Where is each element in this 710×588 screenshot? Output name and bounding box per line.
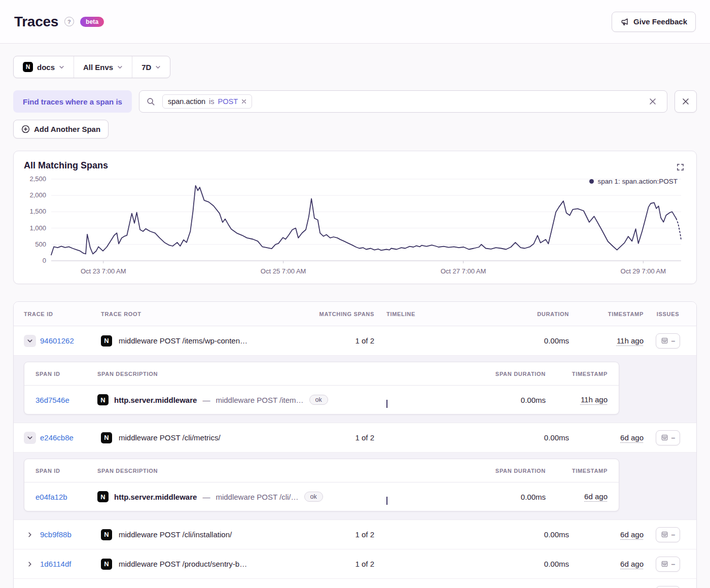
col-span-description: Span Description	[97, 468, 380, 474]
chart-legend: span 1: span.action:POST	[589, 178, 678, 185]
span-sub-table: Span ID Span Description Span Duration T…	[24, 459, 619, 511]
span-header-row: Span ID Span Description Span Duration T…	[24, 459, 619, 482]
beta-badge: beta	[80, 17, 104, 27]
filter-bar: N docs All Envs 7D	[13, 56, 170, 78]
span-status-badge: ok	[309, 395, 328, 405]
issues-button[interactable]: –	[656, 333, 681, 349]
filter-token[interactable]: span.action is POST	[162, 94, 252, 109]
span-row[interactable]: e04fa12b N http.server.middleware — midd…	[24, 482, 619, 511]
svg-text:Oct 23 7:00 AM: Oct 23 7:00 AM	[81, 267, 126, 275]
col-span-id: Span ID	[36, 468, 91, 474]
matching-spans-value: 1 of 2	[355, 336, 374, 345]
span-description: middleware POST /item…	[216, 396, 303, 404]
date-range-filter[interactable]: 7D	[132, 56, 170, 78]
legend-label: span 1: span.action:POST	[597, 178, 678, 185]
span-row[interactable]: 36d7546e N http.server.middleware — midd…	[24, 386, 619, 414]
issues-button[interactable]: –	[656, 527, 681, 542]
col-span-duration: Span Duration	[495, 371, 546, 377]
svg-text:1,000: 1,000	[29, 224, 46, 232]
project-filter[interactable]: N docs	[14, 56, 74, 78]
spans-chart[interactable]: 05001,0001,5002,0002,500Oct 23 7:00 AMOc…	[24, 174, 684, 279]
timestamp-value[interactable]: 6d ago	[620, 433, 644, 442]
col-span-id: Span ID	[36, 371, 91, 377]
trace-root-label: middleware POST /cli/installation/	[119, 530, 232, 539]
svg-text:2,500: 2,500	[29, 175, 46, 183]
issues-count: –	[671, 434, 676, 442]
table-row[interactable]: 94601262 N middleware POST /items/wp-con…	[14, 326, 696, 356]
timestamp-value[interactable]: 6d ago	[620, 560, 644, 568]
nextjs-icon: N	[101, 529, 112, 540]
timestamp-value[interactable]: 6d ago	[620, 530, 644, 539]
svg-text:Oct 27 7:00 AM: Oct 27 7:00 AM	[441, 267, 486, 275]
span-search-input[interactable]: span.action is POST	[139, 90, 667, 113]
megaphone-icon	[620, 17, 629, 26]
col-trace-id: Trace ID	[24, 311, 95, 317]
span-duration-value: 0.00ms	[521, 493, 546, 501]
legend-dot	[589, 179, 594, 184]
issue-box-icon	[661, 531, 668, 538]
table-row[interactable]: 5b72a6bf N middleware POST /security-leg…	[14, 579, 696, 588]
help-icon[interactable]: ?	[64, 17, 74, 26]
main-content: N docs All Envs 7D Find traces where a s…	[0, 44, 710, 588]
issue-box-icon	[661, 337, 668, 344]
chart-title: All Matching Spans	[24, 160, 686, 171]
span-timestamp-value[interactable]: 11h ago	[581, 395, 608, 404]
span-condition-label: Find traces where a span is	[13, 90, 132, 113]
chevron-down-icon	[117, 64, 123, 70]
table-row[interactable]: e246cb8e N middleware POST /cli/metrics/…	[14, 423, 696, 453]
col-span-timestamp: Timestamp	[572, 468, 608, 474]
separator: —	[202, 396, 210, 404]
col-duration: Duration	[537, 311, 569, 317]
environment-filter-label: All Envs	[83, 63, 113, 72]
matching-spans-value: 1 of 2	[355, 530, 374, 539]
span-duration-value: 0.00ms	[521, 396, 546, 404]
give-feedback-label: Give Feedback	[633, 17, 687, 26]
span-header-row: Span ID Span Description Span Duration T…	[24, 362, 619, 386]
token-key: span.action	[168, 97, 205, 106]
span-status-badge: ok	[304, 492, 323, 502]
give-feedback-button[interactable]: Give Feedback	[612, 12, 696, 32]
expand-trace-button[interactable]	[24, 558, 36, 570]
nextjs-icon: N	[101, 432, 112, 443]
clear-search-button[interactable]	[646, 94, 660, 109]
span-id-link[interactable]: 36d7546e	[36, 396, 91, 404]
duration-value: 0.00ms	[544, 433, 569, 442]
span-id-link[interactable]: e04fa12b	[36, 493, 91, 501]
trace-id-link[interactable]: e246cb8e	[40, 433, 74, 442]
fullscreen-icon[interactable]	[677, 163, 684, 171]
span-timestamp-value[interactable]: 6d ago	[584, 492, 608, 501]
issues-count: –	[671, 560, 676, 568]
svg-text:1,500: 1,500	[29, 207, 46, 215]
issues-button[interactable]: –	[656, 557, 681, 572]
span-operation: http.server.middleware	[114, 493, 197, 501]
add-another-span-button[interactable]: Add Another Span	[13, 120, 109, 139]
collapse-trace-button[interactable]	[24, 335, 36, 347]
trace-id-link[interactable]: 94601262	[40, 336, 74, 345]
table-row[interactable]: 9cb9f88b N middleware POST /cli/installa…	[14, 520, 696, 549]
nextjs-icon: N	[23, 62, 33, 72]
table-row[interactable]: 1d6114df N middleware POST /product/sent…	[14, 549, 696, 579]
chevron-down-icon	[155, 64, 161, 70]
all-matching-spans-panel: All Matching Spans span 1: span.action:P…	[13, 151, 697, 284]
token-value: POST	[218, 97, 238, 106]
matching-spans-value: 1 of 2	[355, 560, 374, 568]
trace-id-link[interactable]: 9cb9f88b	[40, 530, 72, 539]
remove-span-query-button[interactable]	[674, 90, 697, 113]
timestamp-value[interactable]: 11h ago	[617, 336, 644, 345]
issue-box-icon	[661, 560, 668, 568]
expanded-span-section: Span ID Span Description Span Duration T…	[14, 356, 696, 423]
nextjs-icon: N	[101, 335, 112, 347]
issues-button[interactable]: –	[656, 430, 681, 445]
separator: —	[202, 493, 210, 501]
token-remove-icon[interactable]	[241, 99, 246, 104]
issue-box-icon	[661, 434, 668, 441]
issues-button[interactable]: –	[656, 586, 681, 588]
svg-text:2,000: 2,000	[29, 191, 46, 199]
expand-trace-button[interactable]	[24, 529, 36, 541]
trace-id-link[interactable]: 1d6114df	[40, 560, 71, 568]
collapse-trace-button[interactable]	[24, 432, 36, 444]
environment-filter[interactable]: All Envs	[74, 56, 132, 78]
nextjs-icon: N	[97, 491, 109, 502]
duration-value: 0.00ms	[544, 560, 569, 568]
duration-value: 0.00ms	[544, 530, 569, 539]
